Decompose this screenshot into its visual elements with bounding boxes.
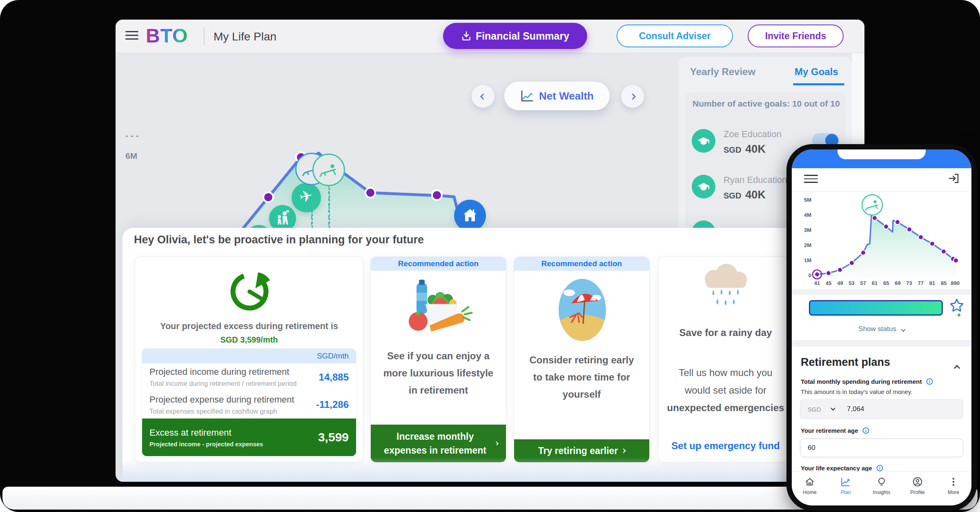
chart-dot[interactable] [849, 260, 854, 265]
body-text-bold: unexpected emergencies [667, 402, 784, 413]
milestone-sell-house[interactable] [454, 200, 486, 232]
chart-prev-button[interactable] [472, 85, 494, 108]
graduation-cap-icon [692, 220, 715, 228]
house-icon [461, 207, 479, 225]
table-unit-header: SGD/mth [142, 349, 356, 363]
nav-plan[interactable]: Plan [828, 472, 864, 505]
x-axis-label: 77 [918, 280, 924, 286]
recommended-action-badge: Recommended action [371, 257, 506, 271]
x-axis-label: 85 [941, 280, 947, 286]
active-goals-count: Number of active goals: 10 out of 10 [693, 99, 840, 109]
retirement-circle-icon [862, 195, 882, 215]
card-title: Save for a rainy day [658, 327, 793, 338]
y-axis-label-top: - - - [125, 131, 139, 140]
chart-dot[interactable] [861, 250, 866, 255]
milestone-dot[interactable] [365, 188, 375, 198]
spending-input[interactable]: SGD 7,064 [800, 399, 963, 419]
goal-value: 40K [745, 189, 766, 201]
net-wealth-pill[interactable]: Net Wealth [504, 82, 610, 110]
card-text: Tell us how much you would set aside for… [658, 364, 793, 417]
x-axis-label: 61 [872, 280, 878, 286]
net-wealth-area [225, 153, 466, 228]
graduation-cap-icon [692, 129, 715, 153]
nav-more[interactable]: More [935, 472, 971, 505]
x-axis-label: 45 [826, 280, 831, 286]
app-header: BTO My Life Plan Financial Summary Consu… [116, 20, 864, 53]
milestone-dot[interactable] [432, 190, 442, 200]
chart-dot[interactable] [941, 249, 946, 254]
chart-dot[interactable] [918, 235, 923, 240]
airplane-icon: ✈ [296, 187, 317, 208]
chart-dot[interactable] [826, 271, 831, 276]
goal-name: Ryan Education [724, 175, 787, 185]
x-axis-label: 53 [849, 280, 854, 286]
nav-insights[interactable]: Insights [864, 472, 900, 505]
y-axis-label-6m: 6M [125, 151, 137, 161]
excess-table: SGD/mth Projected income during retireme… [142, 348, 356, 456]
consult-adviser-button[interactable]: Consult Adviser [617, 24, 733, 47]
info-icon[interactable] [876, 465, 883, 472]
goal-name: Zoe Education [724, 129, 782, 140]
row-title: Projected income during retirement [149, 367, 296, 377]
card-text: Consider retiring early to take more tim… [514, 352, 649, 403]
invite-friends-label: Invite Friends [765, 31, 826, 42]
chart-dot[interactable] [815, 272, 820, 277]
chart-dot[interactable] [895, 220, 900, 225]
chart-dot[interactable] [907, 227, 912, 232]
pie-chart-icon [227, 269, 272, 314]
phone-mockup: 5M4M3M2M1M0414549535761656973778185890 S… [786, 144, 977, 511]
show-status-toggle[interactable]: Show status [792, 325, 971, 333]
family-icon [274, 210, 291, 227]
recommendations-panel: Hey Olivia, let's be proactive in planni… [122, 228, 853, 482]
download-icon [461, 31, 472, 41]
show-status-label: Show status [858, 325, 896, 333]
more-dots-icon [948, 476, 959, 487]
invite-friends-button[interactable]: Invite Friends [748, 24, 844, 47]
chevron-left-icon [480, 93, 486, 100]
financial-summary-button[interactable]: Financial Summary [443, 23, 587, 49]
goal-value: 40K [745, 143, 766, 155]
chart-next-button[interactable] [621, 85, 644, 108]
laptop-screen: - - - 6M 4M [116, 20, 864, 482]
chart-dot[interactable] [930, 241, 935, 246]
info-icon[interactable] [862, 427, 869, 434]
increase-expenses-button[interactable]: Increase monthly expenses in retirement [371, 425, 506, 462]
menu-icon[interactable] [125, 31, 138, 40]
retirement-age-label-text: Your retirement age [801, 427, 858, 434]
currency-select[interactable]: SGD [808, 406, 826, 413]
nav-home[interactable]: Home [792, 472, 828, 505]
tab-my-goals[interactable]: My Goals [795, 66, 838, 78]
net-wealth-label: Net Wealth [539, 90, 594, 102]
chart-dot[interactable] [953, 258, 958, 263]
nav-profile[interactable]: Profile [900, 472, 935, 505]
chart-dot[interactable] [837, 267, 842, 272]
star-icon[interactable] [949, 298, 964, 314]
milestone-dot[interactable] [263, 192, 273, 202]
financial-summary-label: Financial Summary [476, 30, 569, 42]
y-axis-label: 1M [804, 257, 811, 263]
retirement-age-input[interactable] [800, 439, 963, 457]
nav-label: Profile [910, 490, 924, 495]
set-up-emergency-fund-link[interactable]: Set up emergency fund [658, 440, 793, 452]
chart-dot[interactable] [872, 216, 877, 220]
nav-label: Home [803, 490, 816, 495]
milestone-travel[interactable]: ✈ [292, 183, 321, 212]
status-gradient-bar[interactable] [809, 300, 943, 316]
milestone-retirement-hers[interactable] [312, 154, 345, 186]
y-axis-label: 0 [808, 272, 811, 278]
info-icon[interactable] [926, 378, 933, 385]
goal-amount: SGD40K [724, 189, 766, 201]
tab-yearly-review[interactable]: Yearly Review [690, 66, 755, 78]
logout-icon[interactable] [948, 172, 960, 186]
menu-icon[interactable] [804, 175, 818, 183]
total-subtitle: Projected income - projected expenses [149, 441, 263, 447]
excess-amount: SGD 3,599/mth [135, 335, 363, 345]
section-divider [792, 340, 971, 347]
beach-illustration [558, 278, 607, 342]
collapse-section-button[interactable] [955, 364, 959, 372]
lightbulb-icon [876, 476, 887, 487]
chart-dot[interactable] [884, 224, 889, 229]
card-projected-excess: Your projected excess during retirement … [135, 256, 363, 463]
try-retiring-earlier-button[interactable]: Try retiring earlier [514, 439, 649, 462]
x-axis-label: 890 [951, 280, 960, 286]
